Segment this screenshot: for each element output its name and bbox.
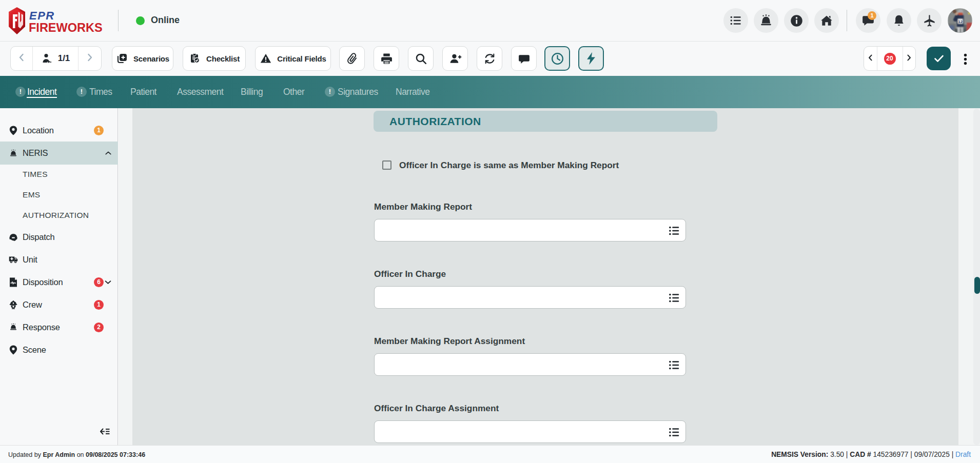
svg-text:12: 12: [958, 19, 963, 24]
